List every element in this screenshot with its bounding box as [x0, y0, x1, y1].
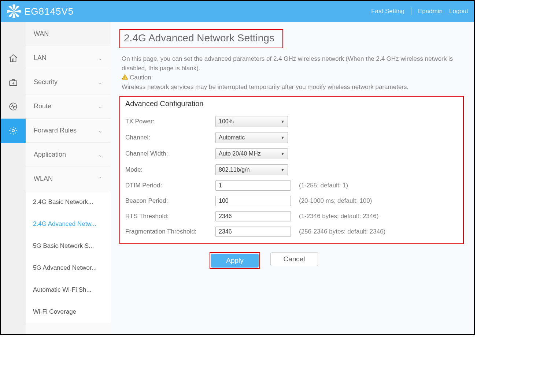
header-bar: EG8145V5 Fast Setting Epadmin Logout — [1, 1, 474, 22]
apply-button[interactable]: Apply — [211, 254, 259, 268]
select-value: 100% — [219, 118, 234, 125]
chevron-down-icon: ⌄ — [98, 128, 103, 134]
sub-label: 5G Basic Network S... — [33, 242, 94, 250]
sidebar-label: WAN — [34, 30, 49, 38]
link-user[interactable]: Epadmin — [418, 8, 443, 15]
label-tx-power: TX Power: — [125, 118, 215, 125]
app-frame: EG8145V5 Fast Setting Epadmin Logout — [0, 0, 475, 335]
sub-24g-basic[interactable]: 2.4G Basic Network... — [26, 191, 111, 213]
hint-frag: (256-2346 bytes; default: 2346) — [299, 228, 385, 235]
brand-logo: EG8145V5 — [7, 4, 74, 19]
link-fast-setting[interactable]: Fast Setting — [371, 8, 404, 15]
select-tx-power[interactable]: 100% ▼ — [215, 116, 288, 127]
rail-slot-blank — [1, 22, 26, 46]
input-frag[interactable] — [215, 227, 291, 237]
label-beacon: Beacon Period: — [125, 197, 215, 205]
body: WAN LAN ⌄ Security ⌄ Route ⌄ Forward Rul… — [1, 22, 474, 335]
page-title: 2.4G Advanced Network Settings — [124, 32, 274, 44]
label-mode: Mode: — [125, 166, 215, 173]
sidebar-item-wlan[interactable]: WLAN ⌃ — [26, 167, 111, 191]
sub-24g-advanced[interactable]: 2.4G Advanced Netw... — [26, 213, 111, 235]
gear-icon — [8, 126, 18, 135]
select-channel[interactable]: Automatic ▼ — [215, 132, 288, 143]
rail-home[interactable] — [1, 46, 26, 70]
row-frag: Fragmentation Threshold: (256-2346 bytes… — [125, 227, 458, 237]
label-frag: Fragmentation Threshold: — [125, 228, 215, 235]
button-row: Apply Cancel — [119, 252, 464, 269]
link-logout[interactable]: Logout — [449, 8, 468, 15]
huawei-logo-icon — [7, 4, 21, 19]
sidebar-item-wan[interactable]: WAN — [26, 22, 111, 46]
sub-label: 2.4G Advanced Netw... — [33, 220, 96, 228]
header-divider — [411, 7, 411, 15]
sub-label: Wi-Fi Coverage — [33, 308, 76, 316]
activity-icon — [8, 102, 18, 111]
input-dtim[interactable] — [215, 180, 291, 191]
sidebar: WAN LAN ⌄ Security ⌄ Route ⌄ Forward Rul… — [26, 22, 111, 335]
sub-5g-advanced[interactable]: 5G Advanced Networ... — [26, 257, 111, 279]
label-channel-width: Channel Width: — [125, 150, 215, 157]
sidebar-label: Security — [34, 78, 58, 86]
select-value: Auto 20/40 MHz — [219, 150, 261, 157]
label-rts: RTS Threshold: — [125, 213, 215, 220]
sidebar-label: Application — [34, 151, 66, 158]
dropdown-arrow-icon: ▼ — [281, 135, 285, 140]
apply-label: Apply — [226, 257, 244, 265]
sidebar-label: Route — [34, 102, 51, 110]
config-section-title: Advanced Configuration — [125, 99, 458, 111]
row-dtim: DTIM Period: (1-255; default: 1) — [125, 180, 458, 191]
sub-auto-wifi[interactable]: Automatic Wi-Fi Sh... — [26, 279, 111, 301]
header-links: Fast Setting Epadmin Logout — [371, 7, 468, 15]
desc-line1: On this page, you can set the advanced p… — [122, 54, 460, 73]
select-channel-width[interactable]: Auto 20/40 MHz ▼ — [215, 148, 288, 159]
hint-dtim: (1-255; default: 1) — [299, 182, 348, 189]
sub-label: 2.4G Basic Network... — [33, 198, 93, 206]
rail-settings[interactable] — [1, 119, 26, 143]
svg-rect-4 — [125, 78, 125, 79]
cancel-label: Cancel — [283, 255, 305, 263]
input-rts[interactable] — [215, 211, 291, 221]
sidebar-item-application[interactable]: Application ⌄ — [26, 143, 111, 167]
content-area: 2.4G Advanced Network Settings On this p… — [111, 22, 474, 335]
rail-toolbox[interactable] — [1, 70, 26, 94]
sub-label: Automatic Wi-Fi Sh... — [33, 286, 92, 294]
title-highlight-box: 2.4G Advanced Network Settings — [119, 29, 283, 48]
svg-point-2 — [12, 130, 15, 132]
select-value: 802.11b/g/n — [219, 167, 250, 173]
chevron-down-icon: ⌄ — [98, 104, 103, 109]
input-beacon[interactable] — [215, 196, 291, 206]
row-tx-power: TX Power: 100% ▼ — [125, 116, 458, 127]
sidebar-item-security[interactable]: Security ⌄ — [26, 70, 111, 94]
product-name: EG8145V5 — [24, 6, 74, 17]
briefcase-plus-icon — [8, 78, 18, 87]
sidebar-label: WLAN — [34, 175, 53, 183]
chevron-up-icon: ⌃ — [98, 176, 103, 182]
sidebar-item-forward-rules[interactable]: Forward Rules ⌄ — [26, 119, 111, 143]
dropdown-arrow-icon: ▼ — [281, 119, 285, 124]
sidebar-item-lan[interactable]: LAN ⌄ — [26, 46, 111, 70]
select-mode[interactable]: 802.11b/g/n ▼ — [215, 164, 288, 175]
sub-wifi-coverage[interactable]: Wi-Fi Coverage — [26, 301, 111, 323]
rail-activity[interactable] — [1, 94, 26, 119]
label-dtim: DTIM Period: — [125, 182, 215, 189]
caution-label: Caution: — [130, 73, 153, 82]
chevron-down-icon: ⌄ — [98, 152, 103, 158]
apply-highlight-box: Apply — [210, 252, 260, 269]
row-rts: RTS Threshold: (1-2346 bytes; default: 2… — [125, 211, 458, 221]
icon-rail — [1, 22, 26, 335]
sub-5g-basic[interactable]: 5G Basic Network S... — [26, 235, 111, 257]
row-channel-width: Channel Width: Auto 20/40 MHz ▼ — [125, 148, 458, 159]
page-description: On this page, you can set the advanced p… — [119, 54, 464, 92]
sidebar-item-route[interactable]: Route ⌄ — [26, 94, 111, 119]
warning-icon — [122, 74, 128, 80]
dropdown-arrow-icon: ▼ — [281, 152, 285, 156]
dropdown-arrow-icon: ▼ — [281, 168, 285, 172]
label-channel: Channel: — [125, 134, 215, 141]
advanced-config-box: Advanced Configuration TX Power: 100% ▼ … — [119, 96, 464, 244]
hint-beacon: (20-1000 ms; default: 100) — [299, 197, 372, 205]
sidebar-label: Forward Rules — [34, 127, 77, 134]
hint-rts: (1-2346 bytes; default: 2346) — [299, 213, 378, 220]
cancel-button[interactable]: Cancel — [270, 252, 318, 266]
caution-line: Caution: — [122, 73, 460, 82]
chevron-down-icon: ⌄ — [98, 55, 103, 61]
